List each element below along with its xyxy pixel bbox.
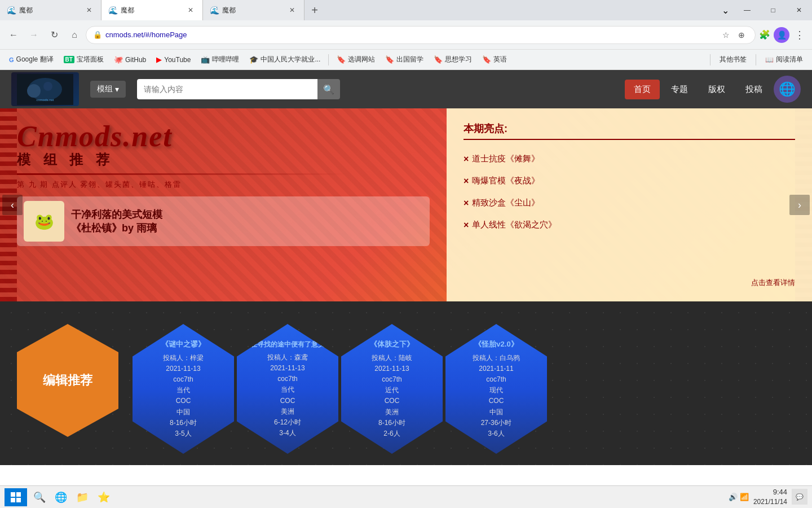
bookmarks-right: 其他书签 📖 阅读清单 — [708, 52, 807, 67]
minimize-button[interactable]: — — [734, 0, 760, 20]
taskbar-star-icon[interactable]: ⭐ — [95, 488, 113, 506]
taskbar-browser-icon[interactable]: 🌐 — [52, 488, 70, 506]
svg-rect-7 — [11, 498, 15, 502]
banner-title: Cnmods.net — [17, 120, 430, 153]
hex-card-2[interactable]: 《在寻找的途中便有了意义》 投稿人：森鸢 2021-11-13 coc7th 当… — [231, 324, 344, 454]
banner-episode: 第 九 期 点评人 雾翎、罐头菌、锤咕、格雷 — [17, 179, 430, 190]
nav-link-copyright[interactable]: 版权 — [699, 80, 734, 99]
highlight-item-4[interactable]: 单人线性《欲渴之穴》 — [464, 217, 795, 233]
bookmark-bilibili[interactable]: 📺 哔哩哔哩 — [196, 52, 244, 67]
home-button[interactable]: ⌂ — [65, 26, 83, 44]
start-button[interactable] — [5, 488, 27, 506]
search-input[interactable] — [137, 79, 317, 99]
bookmark-youtube[interactable]: ▶ YouTube — [152, 53, 195, 66]
tab-close-2[interactable]: ✕ — [186, 5, 196, 15]
notification-button[interactable]: 💬 — [792, 489, 807, 505]
mod-dropdown-label: 模组 — [97, 84, 113, 94]
bookmark-google-translate[interactable]: G Google 翻译 — [5, 52, 58, 67]
hex-card-2-content: 《在寻找的途中便有了意义》 投稿人：森鸢 2021-11-13 coc7th 当… — [244, 339, 332, 439]
nav-link-topics[interactable]: 专题 — [662, 80, 697, 99]
reading-list-icon: 📖 — [765, 56, 774, 64]
tab-close-3[interactable]: ✕ — [287, 5, 297, 15]
reading-list[interactable]: 📖 阅读清单 — [761, 52, 807, 67]
site-logo[interactable]: cnmods.net — [11, 72, 79, 106]
hex-card-4[interactable]: 《怪胎v2.0》 投稿人：白乌鸦 2021-11-11 coc7th 现代 CO… — [440, 324, 553, 454]
avatar-icon: 🌐 — [779, 81, 796, 97]
bilibili-icon: 📺 — [201, 55, 210, 64]
editor-label-hex: 编辑推荐 — [11, 324, 124, 437]
bookmark-ruc[interactable]: 🎓 中国人民大学就业... — [245, 52, 325, 67]
banner-left-content: Cnmods.net 模 组 推 荐 第 九 期 点评人 雾翎、罐头菌、锤咕、格… — [0, 108, 447, 301]
highlight-item-1[interactable]: 道士抗疫《傩舞》 — [464, 151, 795, 167]
svg-rect-5 — [11, 492, 15, 497]
bookmark-english[interactable]: 🔖 英语 — [478, 52, 511, 67]
extensions-icon[interactable]: 🧩 — [758, 28, 771, 42]
taskbar-left: 🔍 🌐 📁 ⭐ — [5, 488, 113, 506]
bookmark-label-github: GitHub — [125, 56, 146, 64]
batofloor-icon: BT — [64, 56, 74, 63]
address-box[interactable]: 🔒 cnmods.net/#/homePage ☆ ⊕ — [86, 26, 756, 44]
tab-close-1[interactable]: ✕ — [84, 5, 94, 15]
browser-tab-1[interactable]: 🌊 魔都 ✕ — [0, 0, 102, 20]
profile-avatar[interactable]: 👤 — [774, 27, 789, 43]
search-button[interactable]: 🔍 — [317, 79, 340, 99]
left-arrow-icon: ‹ — [11, 199, 14, 211]
bookmark-batofloor[interactable]: BT 宝塔面板 — [59, 52, 108, 67]
google-translate-icon: G — [9, 56, 14, 63]
close-button[interactable]: ✕ — [786, 0, 812, 20]
mod-dropdown[interactable]: 模组 ▾ — [90, 81, 126, 98]
banner-featured-card[interactable]: 🐸 干净利落的美式短模 《杜松镇》by 雨璃 — [17, 196, 430, 246]
window-dropdown[interactable]: ⌄ — [716, 0, 734, 20]
hex-cards-row: 《谜中之谬》 投稿人：梓梁 2021-11-13 coc7th 当代 COC 中… — [135, 324, 553, 454]
bookmark-label-youtube: YouTube — [164, 56, 191, 64]
bookmarks-bar: G Google 翻译 BT 宝塔面板 🐙 GitHub ▶ YouTube 📺… — [0, 50, 812, 70]
banner-next-button[interactable]: › — [789, 195, 810, 215]
studyabroad-icon: 🔖 — [385, 55, 394, 64]
bookmark-github[interactable]: 🐙 GitHub — [109, 53, 151, 66]
bookmark-label-english: 英语 — [493, 55, 507, 64]
highlights-title: 本期亮点: — [464, 122, 795, 140]
browser-icon[interactable]: ⊕ — [735, 28, 748, 42]
dropdown-chevron-icon: ▾ — [115, 85, 119, 94]
new-tab-button[interactable]: + — [304, 0, 325, 20]
hex-card-1[interactable]: 《谜中之谬》 投稿人：梓梁 2021-11-13 coc7th 当代 COC 中… — [127, 324, 240, 454]
user-avatar[interactable]: 🌐 — [774, 76, 801, 103]
nav-link-submit[interactable]: 投稿 — [736, 80, 771, 99]
back-button[interactable]: ← — [5, 26, 23, 44]
bookmark-studythink[interactable]: 🔖 思想学习 — [429, 52, 476, 67]
bookmark-siteselect[interactable]: 🔖 选调网站 — [332, 52, 379, 67]
other-bookmarks-label: 其他书签 — [720, 55, 747, 64]
highlight-item-2[interactable]: 嗨爆官模《夜战》 — [464, 173, 795, 189]
refresh-button[interactable]: ↻ — [45, 26, 63, 44]
banner-prev-button[interactable]: ‹ — [2, 195, 23, 215]
other-bookmarks[interactable]: 其他书签 — [715, 52, 751, 67]
bookmark-studyabroad[interactable]: 🔖 出国留学 — [381, 52, 428, 67]
taskbar-file-icon[interactable]: 📁 — [73, 488, 91, 506]
highlights-more-link[interactable]: 点击查看详情 — [464, 278, 795, 288]
taskbar-search-icon[interactable]: 🔍 — [30, 488, 48, 506]
browser-menu[interactable]: ⋮ — [792, 27, 807, 43]
forward-button[interactable]: → — [25, 26, 43, 44]
bookmark-label-google-translate: Google 翻译 — [16, 55, 54, 64]
nav-link-home[interactable]: 首页 — [625, 80, 660, 99]
lock-icon: 🔒 — [93, 30, 102, 39]
banner-divider-1 — [17, 173, 347, 175]
banner-right-content: 本期亮点: 道士抗疫《傩舞》 嗨爆官模《夜战》 精致沙盒《尘山》 单人线性《欲渴… — [447, 108, 812, 301]
browser-tab-3[interactable]: 🌊 魔都 ✕ — [203, 0, 304, 20]
bookmark-label-studythink: 思想学习 — [445, 55, 472, 64]
hex-card-3[interactable]: 《体肤之下》 投稿人：陆岐 2021-11-13 coc7th 近代 COC 美… — [336, 324, 448, 454]
highlight-item-3[interactable]: 精致沙盒《尘山》 — [464, 195, 795, 211]
address-bar: ← → ↻ ⌂ 🔒 cnmods.net/#/homePage ☆ ⊕ 🧩 👤 … — [0, 20, 812, 50]
window-controls: — □ ✕ — [734, 0, 812, 20]
browser-tab-2[interactable]: 🌊 魔都 ✕ — [102, 0, 203, 20]
bookmark-label-siteselect: 选调网站 — [348, 55, 375, 64]
star-icon[interactable]: ☆ — [719, 28, 732, 42]
bookmarks-separator-3 — [756, 54, 756, 65]
search-icon: 🔍 — [323, 84, 334, 95]
bookmark-label-bilibili: 哔哩哔哩 — [212, 55, 239, 64]
maximize-button[interactable]: □ — [760, 0, 786, 20]
address-text: cnmods.net/#/homePage — [105, 30, 716, 39]
english-icon: 🔖 — [482, 55, 491, 64]
bookmark-label-studyabroad: 出国留学 — [396, 55, 423, 64]
content-area: cnmods.net 模组 ▾ 🔍 首页 专题 版权 投稿 🌐 — [0, 70, 812, 485]
